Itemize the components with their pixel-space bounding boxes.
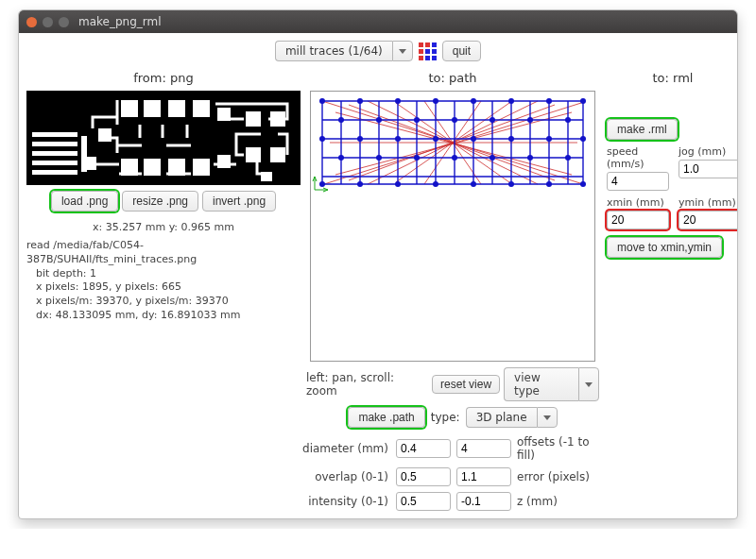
svg-point-56 — [433, 181, 438, 187]
view-type-label: view type — [504, 367, 578, 401]
section-header-from: from: png — [133, 71, 194, 85]
svg-point-52 — [565, 155, 571, 161]
svg-rect-9 — [144, 100, 161, 117]
svg-rect-6 — [81, 136, 87, 172]
path-params: diameter (mm) offsets (-1 to fill) overl… — [299, 435, 607, 511]
info-line: dx: 48.133095 mm, dy: 16.891033 mm — [26, 309, 301, 323]
svg-rect-17 — [217, 155, 231, 168]
svg-point-50 — [490, 155, 495, 161]
error-input[interactable] — [456, 467, 511, 486]
svg-point-54 — [357, 181, 363, 187]
xmin-input[interactable] — [607, 211, 669, 229]
svg-point-51 — [527, 155, 533, 161]
speed-input[interactable] — [607, 172, 669, 191]
svg-point-34 — [452, 117, 457, 123]
z-input[interactable] — [456, 492, 511, 511]
canvas-hint: left: pan, scroll: zoom — [306, 371, 428, 398]
invert-png-button[interactable]: invert .png — [202, 191, 276, 212]
offsets-input[interactable] — [456, 439, 511, 458]
svg-point-40 — [395, 136, 401, 142]
make-path-button[interactable]: make .path — [348, 407, 424, 428]
svg-rect-10 — [168, 100, 185, 117]
path-canvas[interactable] — [310, 91, 595, 362]
param-label: error (pixels) — [517, 470, 607, 483]
maximize-icon[interactable] — [59, 17, 69, 27]
diameter-input[interactable] — [396, 439, 451, 458]
svg-rect-2 — [32, 151, 77, 156]
info-line: read /media/fab/C054-387B/SUHAIl/fts_min… — [26, 239, 197, 265]
svg-point-42 — [471, 136, 476, 142]
info-line: bit depth: 1 — [26, 267, 301, 281]
svg-point-41 — [433, 136, 438, 142]
svg-point-38 — [319, 136, 325, 142]
close-icon[interactable] — [26, 17, 37, 27]
chevron-down-icon — [392, 41, 413, 61]
svg-point-53 — [319, 181, 325, 187]
param-label: speed (mm/s) — [607, 145, 669, 170]
svg-point-31 — [338, 117, 344, 123]
chevron-down-icon — [537, 407, 558, 428]
type-label: type: — [431, 411, 460, 424]
param-label: diameter (mm) — [299, 442, 388, 455]
svg-point-49 — [452, 155, 457, 161]
rml-column: to: rml make .rml speed (mm/s) jog (mm) — [605, 67, 738, 511]
view-type-dropdown[interactable]: view type — [504, 367, 599, 401]
svg-point-24 — [357, 98, 363, 104]
jog-input[interactable] — [679, 160, 738, 178]
make-rml-button[interactable]: make .rml — [607, 119, 678, 140]
process-dropdown[interactable]: mill traces (1/64) — [275, 41, 413, 61]
title-bar: make_png_rml — [19, 10, 737, 33]
svg-point-25 — [395, 98, 401, 104]
info-line: x pixels/m: 39370, y pixels/m: 39370 — [26, 295, 301, 309]
quit-button[interactable]: quit — [442, 41, 481, 61]
path-type-dropdown[interactable]: 3D plane — [466, 407, 558, 428]
param-label: intensity (0-1) — [299, 495, 388, 508]
svg-rect-13 — [144, 159, 161, 176]
param-label: jog (mm) — [679, 145, 738, 158]
section-header-path: to: path — [428, 71, 476, 85]
svg-rect-20 — [246, 147, 261, 162]
svg-rect-15 — [193, 159, 210, 176]
param-label: xmin (mm) — [607, 196, 669, 209]
svg-point-48 — [414, 155, 420, 161]
top-toolbar: mill traces (1/64) quit — [19, 33, 737, 67]
resize-png-button[interactable]: resize .png — [122, 191, 198, 212]
minimize-icon[interactable] — [43, 17, 53, 27]
overlap-input[interactable] — [396, 467, 451, 486]
pcb-traces-graphic — [26, 91, 301, 185]
param-label: z (mm) — [517, 495, 607, 508]
param-label: overlap (0-1) — [299, 470, 388, 483]
svg-point-35 — [490, 117, 495, 123]
svg-point-58 — [508, 181, 514, 187]
svg-rect-0 — [32, 132, 77, 137]
svg-rect-11 — [193, 100, 210, 117]
svg-rect-1 — [32, 142, 77, 146]
svg-point-36 — [527, 117, 533, 123]
path-column: to: path — [306, 67, 599, 511]
svg-rect-3 — [32, 161, 77, 165]
png-preview — [26, 91, 301, 185]
svg-point-47 — [376, 155, 382, 161]
svg-point-29 — [546, 98, 552, 104]
svg-rect-4 — [32, 170, 77, 175]
path-type-value: 3D plane — [466, 407, 537, 428]
move-to-xmin-ymin-button[interactable]: move to xmin,ymin — [607, 237, 722, 258]
svg-point-27 — [471, 98, 476, 104]
svg-point-43 — [508, 136, 514, 142]
reset-view-button[interactable]: reset view — [432, 375, 500, 394]
svg-point-45 — [580, 136, 586, 142]
svg-point-60 — [580, 181, 586, 187]
grid-icon[interactable] — [419, 42, 437, 60]
png-info: x: 35.257 mm y: 0.965 mm read /media/fab… — [26, 221, 301, 323]
chevron-down-icon — [578, 367, 599, 401]
svg-point-32 — [376, 117, 382, 123]
cursor-coords: x: 35.257 mm y: 0.965 mm — [26, 221, 301, 235]
svg-point-55 — [395, 181, 401, 187]
intensity-input[interactable] — [396, 492, 451, 511]
load-png-button[interactable]: load .png — [51, 191, 118, 212]
svg-rect-8 — [121, 100, 138, 117]
svg-point-46 — [338, 155, 344, 161]
ymin-input[interactable] — [679, 211, 738, 229]
process-dropdown-label: mill traces (1/64) — [275, 41, 392, 61]
info-line: x pixels: 1895, y pixels: 665 — [26, 280, 301, 295]
